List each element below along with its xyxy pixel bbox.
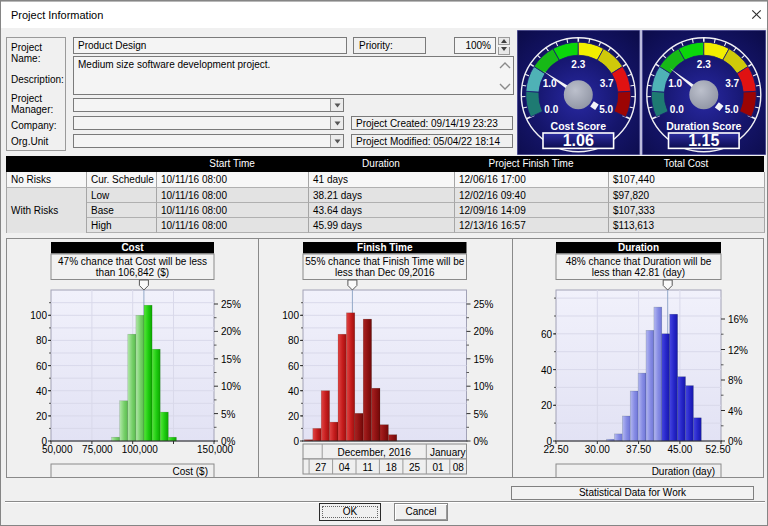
svg-text:20: 20 [288, 411, 300, 422]
svg-text:20%: 20% [474, 326, 494, 337]
svg-text:4%: 4% [728, 406, 743, 417]
svg-text:52.50: 52.50 [705, 444, 730, 455]
svg-text:Duration (day): Duration (day) [652, 466, 715, 477]
svg-text:100,000: 100,000 [122, 444, 159, 455]
svg-text:27: 27 [315, 462, 327, 473]
svg-text:45.00: 45.00 [667, 444, 692, 455]
svg-text:Duration Score: Duration Score [666, 120, 741, 132]
svg-text:20: 20 [36, 411, 48, 422]
svg-text:60: 60 [541, 329, 553, 340]
svg-text:25%: 25% [474, 299, 494, 310]
svg-text:Cost: Cost [121, 242, 144, 253]
svg-text:2.3: 2.3 [571, 59, 585, 70]
svg-text:18: 18 [386, 462, 398, 473]
svg-text:30.00: 30.00 [585, 444, 610, 455]
svg-text:Cost Score: Cost Score [551, 120, 607, 132]
svg-text:8%: 8% [728, 375, 743, 386]
svg-text:11: 11 [363, 462, 374, 473]
svg-text:40: 40 [288, 386, 300, 397]
svg-text:15%: 15% [474, 354, 494, 365]
svg-text:40: 40 [36, 386, 48, 397]
svg-text:1.06: 1.06 [563, 132, 594, 149]
svg-text:less than Dec 09,2016: less than Dec 09,2016 [335, 267, 435, 278]
svg-text:40: 40 [541, 365, 553, 376]
svg-text:150,000: 150,000 [197, 444, 234, 455]
svg-text:04: 04 [339, 462, 351, 473]
svg-text:3.7: 3.7 [725, 78, 739, 89]
svg-text:5%: 5% [221, 409, 236, 420]
svg-text:55% chance that Finish Time wi: 55% chance that Finish Time will be [305, 256, 464, 267]
svg-text:20: 20 [541, 400, 553, 411]
svg-text:48% chance that Duration will: 48% chance that Duration will be [566, 256, 712, 267]
svg-text:25%: 25% [221, 299, 241, 310]
svg-text:12%: 12% [728, 345, 748, 356]
svg-text:10%: 10% [221, 381, 241, 392]
svg-text:16%: 16% [728, 314, 748, 325]
svg-text:3.7: 3.7 [600, 78, 614, 89]
svg-text:5%: 5% [474, 409, 489, 420]
svg-text:15%: 15% [221, 354, 241, 365]
svg-text:80: 80 [36, 335, 48, 346]
svg-text:0%: 0% [474, 436, 489, 447]
svg-text:75,000: 75,000 [82, 444, 113, 455]
svg-text:January: January [430, 447, 466, 458]
svg-text:0: 0 [293, 436, 299, 447]
svg-text:100: 100 [30, 310, 47, 321]
svg-text:37.50: 37.50 [626, 444, 651, 455]
svg-text:80: 80 [288, 335, 300, 346]
svg-text:0.0: 0.0 [544, 104, 558, 115]
svg-text:5.0: 5.0 [725, 104, 739, 115]
svg-text:47% chance that Cost will be l: 47% chance that Cost will be less [58, 256, 207, 267]
svg-text:1.15: 1.15 [688, 132, 719, 149]
svg-text:Finish Time: Finish Time [357, 242, 413, 253]
svg-text:10%: 10% [474, 381, 494, 392]
svg-text:than 106,842 ($): than 106,842 ($) [96, 267, 169, 278]
svg-text:0.0: 0.0 [670, 104, 684, 115]
svg-text:100: 100 [282, 310, 299, 321]
svg-text:60: 60 [36, 361, 48, 372]
svg-text:2.3: 2.3 [697, 59, 711, 70]
svg-text:5.0: 5.0 [599, 104, 613, 115]
svg-text:1.0: 1.0 [668, 78, 682, 89]
svg-text:Cost ($): Cost ($) [172, 466, 208, 477]
svg-text:Duration: Duration [618, 242, 659, 253]
svg-text:22.50: 22.50 [543, 444, 568, 455]
svg-text:20%: 20% [221, 326, 241, 337]
svg-text:08: 08 [453, 462, 465, 473]
svg-text:December, 2016: December, 2016 [338, 447, 412, 458]
svg-text:60: 60 [288, 361, 300, 372]
svg-text:25: 25 [409, 462, 421, 473]
svg-text:less than 42.81 (day): less than 42.81 (day) [592, 267, 685, 278]
svg-text:50,000: 50,000 [42, 444, 73, 455]
svg-text:01: 01 [433, 462, 445, 473]
